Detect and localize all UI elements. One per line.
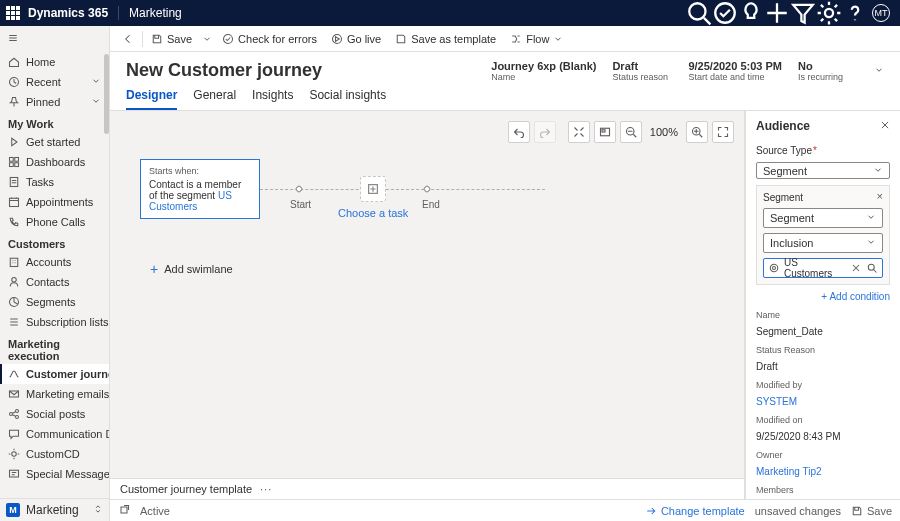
nav-section-customers: Customers (0, 232, 109, 252)
segment-icon (8, 296, 20, 308)
svg-rect-7 (15, 163, 19, 167)
nav-collapse-button[interactable] (0, 26, 109, 52)
nav-dashboards[interactable]: Dashboards (0, 152, 109, 172)
source-type-select[interactable]: Segment (756, 162, 890, 179)
segment-lookup[interactable]: US Customers (763, 258, 883, 278)
nav-get-started[interactable]: Get started (0, 132, 109, 152)
flow-icon (510, 33, 522, 45)
save-split-button[interactable] (200, 28, 214, 50)
svg-point-11 (12, 278, 17, 283)
chevron-down-icon (866, 212, 876, 224)
person-icon (8, 276, 20, 288)
add-swimlane-button[interactable]: +Add swimlane (150, 261, 233, 277)
nav-contacts[interactable]: Contacts (0, 272, 109, 292)
nav-home[interactable]: Home (0, 52, 109, 72)
area-switcher[interactable]: M Marketing (0, 498, 109, 521)
save-button[interactable]: Save (145, 28, 198, 50)
tab-general[interactable]: General (193, 88, 236, 110)
remove-segment-block-button[interactable]: × (877, 190, 883, 202)
designer-canvas-wrap: 100% Starts when: Contact is a member of… (110, 111, 745, 499)
tab-insights[interactable]: Insights (252, 88, 293, 110)
nav-pinned[interactable]: Pinned (0, 92, 109, 112)
nav-tasks[interactable]: Tasks (0, 172, 109, 192)
nav-customcd[interactable]: CustomCD (0, 444, 109, 464)
nav-subscription-lists[interactable]: Subscription lists (0, 312, 109, 332)
nav-phone-calls[interactable]: Phone Calls (0, 212, 109, 232)
choose-task-link[interactable]: Choose a task (338, 207, 408, 219)
change-template-button[interactable]: Change template (645, 505, 745, 517)
svg-point-27 (773, 267, 776, 270)
inclusion-select[interactable]: Inclusion (763, 233, 883, 253)
golive-icon (331, 33, 343, 45)
svg-point-26 (770, 264, 778, 272)
add-task-tile[interactable] (360, 176, 386, 202)
nav-recent[interactable]: Recent (0, 72, 109, 92)
go-live-button[interactable]: Go live (325, 28, 387, 50)
start-node-label: Start (290, 199, 311, 210)
audience-tile[interactable]: Starts when: Contact is a member of the … (140, 159, 260, 219)
command-bar: Save Check for errors Go live Save as te… (110, 26, 900, 52)
popout-icon[interactable] (118, 504, 130, 518)
header-start-value: 9/25/2020 5:03 PM (688, 60, 782, 72)
tile-body: Contact is a member of the segment US Cu… (149, 179, 251, 212)
help-icon[interactable] (842, 0, 868, 26)
template-more-button[interactable]: ··· (260, 483, 272, 495)
clear-lookup-button[interactable] (850, 262, 862, 274)
search-icon[interactable] (686, 0, 712, 26)
svg-point-14 (10, 413, 13, 416)
aud-owner-value[interactable]: Marketing Tip2 (756, 466, 890, 477)
back-button[interactable] (116, 28, 140, 50)
dashboard-icon (8, 156, 20, 168)
aud-modon-value: 9/25/2020 8:43 PM (756, 431, 890, 442)
svg-point-19 (224, 34, 233, 43)
audience-title: Audience (756, 119, 810, 133)
page-title: New Customer journey (126, 60, 322, 81)
svg-point-17 (12, 452, 17, 457)
template-label: Customer journey template (120, 483, 252, 495)
svg-point-16 (16, 416, 19, 419)
svg-rect-6 (10, 163, 14, 167)
area-badge-icon: M (6, 503, 20, 517)
add-condition-link[interactable]: + Add condition (756, 291, 890, 302)
aud-modby-label: Modified by (756, 380, 890, 390)
nav-customer-journeys[interactable]: Customer journeys (0, 364, 109, 384)
user-avatar[interactable]: MT (868, 0, 894, 26)
segment-block-label: Segment (763, 192, 883, 203)
nav-appointments[interactable]: Appointments (0, 192, 109, 212)
svg-point-2 (825, 9, 833, 17)
tab-social-insights[interactable]: Social insights (309, 88, 386, 110)
nav-communication[interactable]: Communication D... (0, 424, 109, 444)
home-icon (8, 56, 20, 68)
check-errors-button[interactable]: Check for errors (216, 28, 323, 50)
clock-icon (8, 76, 20, 88)
chevron-down-icon (91, 96, 101, 108)
app-launcher-icon[interactable] (6, 6, 20, 20)
svg-point-0 (689, 3, 705, 19)
nav-segments[interactable]: Segments (0, 292, 109, 312)
aud-name-label: Name (756, 310, 890, 320)
tab-designer[interactable]: Designer (126, 88, 177, 110)
nav-accounts[interactable]: Accounts (0, 252, 109, 272)
close-panel-button[interactable] (880, 119, 890, 133)
chevron-down-icon (866, 237, 876, 249)
end-node[interactable] (423, 185, 431, 193)
header-expand-button[interactable] (874, 64, 884, 78)
segment-select[interactable]: Segment (763, 208, 883, 228)
aud-modby-value[interactable]: SYSTEM (756, 396, 890, 407)
flow-button[interactable]: Flow (504, 28, 569, 50)
assistant-icon[interactable] (712, 0, 738, 26)
filter-icon[interactable] (790, 0, 816, 26)
journey-canvas[interactable]: Starts when: Contact is a member of the … (110, 111, 744, 478)
nav-scrollbar[interactable] (104, 54, 109, 134)
start-node[interactable] (295, 185, 303, 193)
settings-icon[interactable] (816, 0, 842, 26)
nav-marketing-emails[interactable]: Marketing emails (0, 384, 109, 404)
nav-special-messages[interactable]: Special Messages (0, 464, 109, 484)
search-lookup-button[interactable] (866, 262, 878, 274)
footer-save-button[interactable]: Save (851, 505, 892, 517)
target-icon (768, 262, 780, 274)
add-icon[interactable] (764, 0, 790, 26)
bulb-icon[interactable] (738, 0, 764, 26)
save-as-template-button[interactable]: Save as template (389, 28, 502, 50)
nav-social-posts[interactable]: Social posts (0, 404, 109, 424)
